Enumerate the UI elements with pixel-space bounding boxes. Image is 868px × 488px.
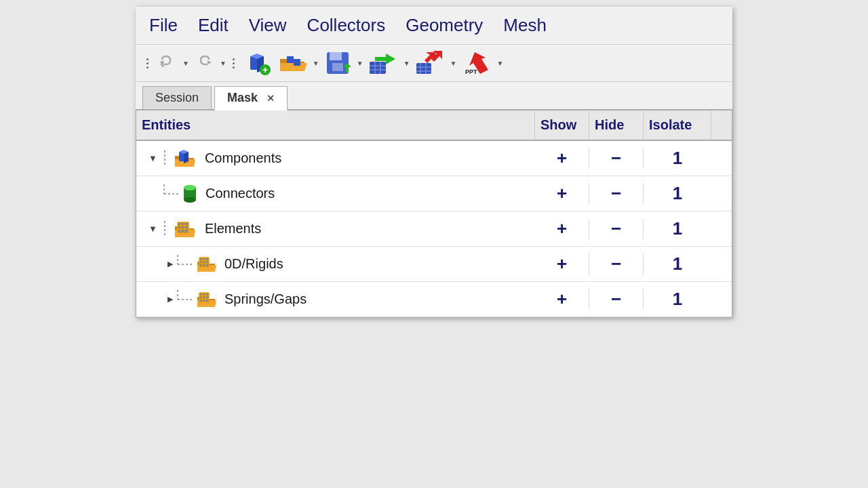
undo-dropdown-arrow[interactable]: ▼ (182, 60, 189, 67)
components-hide[interactable]: − (589, 148, 644, 169)
col-isolate: Isolate (644, 110, 711, 140)
rigids-isolate[interactable]: 1 (644, 253, 711, 274)
elements-isolate[interactable]: 1 (644, 218, 711, 239)
col-extra (711, 110, 732, 140)
svg-rect-11 (332, 63, 343, 71)
svg-rect-39 (178, 222, 189, 233)
redo-dropdown-arrow[interactable]: ▼ (220, 60, 226, 67)
folder-dropdown-arrow[interactable]: ▼ (313, 60, 319, 67)
table-row: ▼ (136, 211, 732, 247)
expand-arrow-rigids[interactable]: ▶ (167, 260, 173, 268)
rigids-label: 0D/Rigids (224, 256, 283, 272)
menu-collectors[interactable]: Collectors (307, 15, 386, 36)
export-dropdown-arrow[interactable]: ▼ (403, 60, 410, 67)
tree-line-springs (174, 290, 195, 309)
export-icon (368, 51, 398, 75)
rigids-hide[interactable]: − (589, 253, 644, 274)
table-row: ▼ Componen (136, 141, 732, 176)
components-icon (174, 149, 197, 168)
tab-mask[interactable]: Mask ✕ (214, 86, 288, 110)
springs-hide[interactable]: − (589, 289, 644, 310)
open-folder-icon (277, 51, 307, 75)
table-row: ▶ (136, 282, 732, 317)
table-row: Connectors + − 1 (136, 176, 732, 211)
elements-hide[interactable]: − (589, 218, 644, 239)
connectors-hide[interactable]: − (589, 183, 644, 204)
tree-line-elements (159, 221, 171, 237)
rigids-icon (196, 256, 216, 273)
ppt-button[interactable]: PPT (459, 49, 493, 77)
components-show[interactable]: + (535, 148, 589, 169)
entity-cell-elements: ▼ (136, 216, 535, 243)
menu-bar: File Edit View Collectors Geometry Mesh (136, 7, 732, 44)
compare-icon (415, 51, 445, 75)
app-container: File Edit View Collectors Geometry Mesh … (136, 7, 732, 318)
springs-show[interactable]: + (535, 289, 589, 310)
compare-dropdown-arrow[interactable]: ▼ (450, 60, 457, 67)
tab-mask-close[interactable]: ✕ (267, 93, 275, 104)
svg-rect-13 (370, 62, 386, 74)
svg-point-36 (184, 197, 196, 203)
toolbar: ▼ ▼ + (136, 44, 732, 82)
svg-rect-10 (330, 52, 342, 60)
menu-edit[interactable]: Edit (198, 15, 229, 36)
svg-rect-19 (416, 63, 431, 74)
connectors-isolate[interactable]: 1 (644, 183, 711, 204)
toolbar-separator-1 (145, 58, 149, 68)
tab-session[interactable]: Session (142, 86, 212, 109)
undo-icon (157, 53, 177, 73)
add-component-icon: + (243, 51, 271, 75)
svg-text:+: + (262, 64, 268, 75)
svg-rect-55 (199, 293, 209, 302)
save-icon (324, 51, 351, 75)
components-isolate[interactable]: 1 (644, 148, 711, 169)
compare-button[interactable] (413, 49, 447, 77)
svg-marker-1 (208, 60, 212, 64)
export-button[interactable] (366, 49, 400, 77)
entity-cell-components: ▼ Componen (136, 145, 535, 172)
menu-geometry[interactable]: Geometry (406, 15, 483, 36)
svg-point-37 (184, 185, 196, 190)
rigids-show[interactable]: + (535, 253, 589, 274)
save-button[interactable] (322, 49, 353, 77)
entity-cell-springs: ▶ (136, 286, 535, 313)
tree-line-components (159, 150, 171, 167)
springs-isolate[interactable]: 1 (644, 289, 711, 310)
ppt-icon: PPT (461, 51, 491, 75)
connectors-show[interactable]: + (535, 183, 589, 204)
elements-show[interactable]: + (535, 218, 589, 239)
elements-icon (174, 220, 197, 239)
expand-arrow-components[interactable]: ▼ (149, 153, 157, 163)
svg-rect-8 (294, 59, 300, 66)
expand-arrow-springs[interactable]: ▶ (167, 295, 173, 304)
springs-label: Springs/Gaps (224, 291, 307, 307)
table-header: Entities Show Hide Isolate (136, 110, 732, 141)
main-content: Entities Show Hide Isolate ▼ (136, 110, 732, 318)
connectors-icon (182, 184, 197, 203)
entity-cell-rigids: ▶ (136, 251, 535, 278)
springs-icon (196, 291, 216, 308)
redo-button[interactable] (192, 51, 216, 75)
menu-file[interactable]: File (149, 15, 178, 36)
menu-view[interactable]: View (249, 15, 287, 36)
components-label: Components (205, 150, 281, 166)
svg-text:PPT: PPT (465, 68, 477, 75)
add-component-button[interactable]: + (241, 49, 273, 77)
col-show: Show (535, 110, 589, 140)
elements-label: Elements (205, 221, 261, 237)
menu-mesh[interactable]: Mesh (503, 15, 547, 36)
expand-arrow-elements[interactable]: ▼ (149, 224, 157, 234)
svg-rect-47 (199, 258, 209, 267)
undo-button[interactable] (155, 51, 179, 75)
ppt-dropdown-arrow[interactable]: ▼ (496, 60, 503, 67)
redo-icon (194, 53, 214, 73)
tab-bar: Session Mask ✕ (136, 82, 732, 110)
tree-line-connectors (161, 184, 181, 203)
entity-cell-connectors: Connectors (136, 180, 535, 207)
save-dropdown-arrow[interactable]: ▼ (357, 60, 363, 67)
col-entities: Entities (136, 110, 535, 140)
open-folder-button[interactable] (275, 49, 309, 77)
toolbar-separator-2 (232, 58, 236, 68)
connectors-label: Connectors (205, 186, 275, 201)
svg-rect-7 (287, 56, 294, 63)
